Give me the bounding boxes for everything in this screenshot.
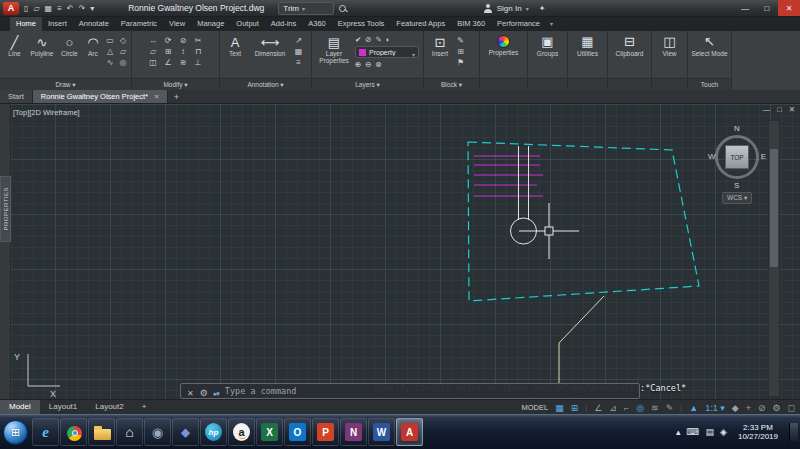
block-panel-footer[interactable]: Block ▾ <box>424 78 479 90</box>
snap-mode-icon[interactable]: ⊞ <box>571 403 579 413</box>
block-tool-icon[interactable]: ✎ <box>455 36 466 45</box>
annotation-visibility-icon[interactable]: ▲ <box>689 403 698 413</box>
properties-panel[interactable]: Properties <box>480 31 528 90</box>
lineweight-icon[interactable]: ≋ <box>651 403 659 413</box>
annotation-monitor-icon[interactable]: ✎ <box>666 403 674 413</box>
isodraft-icon[interactable]: ⊿ <box>609 403 617 413</box>
tab-parametric[interactable]: Parametric <box>115 17 163 31</box>
modify-tool-icon[interactable]: ⊘ <box>177 36 189 45</box>
text-tool[interactable]: A Text <box>223 33 247 78</box>
clipboard-panel[interactable]: ⊟ Clipboard <box>608 31 652 90</box>
taskbar-autocad[interactable]: A <box>396 418 423 446</box>
taskbar-excel[interactable]: X <box>256 418 283 446</box>
modify-tool-icon[interactable]: ≋ <box>177 58 189 67</box>
tab-performance[interactable]: Performance <box>491 17 546 31</box>
taskbar-app[interactable]: ◆ <box>172 418 199 446</box>
draw-panel-footer[interactable]: Draw ▾ <box>0 78 131 90</box>
taskbar-word[interactable]: W <box>368 418 395 446</box>
model-space-canvas[interactable]: Y X [Top][2D Wireframe] PROPERTIES — □ ✕… <box>0 104 800 399</box>
taskbar-home-app[interactable]: ⌂ <box>116 418 143 446</box>
doc-restore-button[interactable]: □ <box>777 105 782 114</box>
object-snap-icon[interactable]: ◎ <box>636 403 644 413</box>
layer-tool-icon[interactable]: ⊗ <box>376 60 382 69</box>
tab-home[interactable]: Home <box>10 17 42 31</box>
show-desktop-button[interactable] <box>789 423 798 441</box>
layer-tool-icon[interactable]: ⊖ <box>365 60 371 69</box>
wcs-selector[interactable]: WCS ▾ <box>722 192 752 204</box>
restore-button[interactable]: □ <box>756 0 778 16</box>
tab-featured-apps[interactable]: Featured Apps <box>390 17 451 31</box>
ortho-mode-icon[interactable]: ⌐ <box>624 403 629 413</box>
modify-tool-icon[interactable]: ⊥ <box>192 58 204 67</box>
separator[interactable]: | <box>585 403 587 412</box>
close-tab-icon[interactable]: ✕ <box>154 93 159 101</box>
grid-display-icon[interactable]: ▦ <box>555 403 564 413</box>
doc-minimize-button[interactable]: — <box>763 105 771 114</box>
tab-output[interactable]: Output <box>230 17 265 31</box>
ribbon-minimize-caret-icon[interactable] <box>546 14 557 31</box>
block-tool-icon[interactable]: ⚑ <box>455 58 466 67</box>
separator[interactable]: | <box>680 403 682 412</box>
new-file-icon[interactable]: ▯ <box>24 4 28 13</box>
layer-tool-icon[interactable]: ✎ <box>376 35 382 44</box>
quick-properties-icon[interactable]: + <box>746 403 751 413</box>
draw-tool-icon[interactable]: ◇ <box>118 36 128 45</box>
save-icon[interactable]: ▦ <box>45 4 53 13</box>
scrollbar-thumb[interactable] <box>770 149 778 267</box>
command-line[interactable]: Type a command <box>180 383 640 399</box>
layer-properties-tool[interactable]: ▤ Layer Properties <box>315 33 353 78</box>
tab-layout2[interactable]: Layout2 <box>86 400 132 414</box>
viewcube-north[interactable]: N <box>734 124 740 133</box>
draw-tool-icon[interactable]: ▭ <box>105 36 115 45</box>
redo-icon[interactable]: ↷ <box>79 4 86 13</box>
tab-insert[interactable]: Insert <box>42 17 73 31</box>
view-panel[interactable]: ◫ View <box>652 31 688 90</box>
vertical-scrollbar[interactable] <box>768 120 780 397</box>
groups-panel[interactable]: ▣ Groups <box>528 31 568 90</box>
new-layout-button[interactable]: + <box>133 400 156 414</box>
tray-keyboard-icon[interactable]: ⌨ <box>687 427 700 437</box>
modify-tool-icon[interactable]: ◫ <box>147 58 159 67</box>
customization-icon[interactable]: ⚙ <box>772 403 780 413</box>
file-tab-start[interactable]: Start <box>0 90 33 103</box>
taskbar-media-app[interactable]: ◉ <box>144 418 171 446</box>
tray-action-center-icon[interactable]: ◈ <box>720 427 727 437</box>
layers-panel-footer[interactable]: Layers ▾ <box>312 78 423 90</box>
qat-customize-icon[interactable]: ▾ <box>90 4 94 13</box>
polyline-tool[interactable]: ∿ Polyline <box>28 33 56 78</box>
modify-tool-icon[interactable]: ⊞ <box>162 47 174 56</box>
modify-tool-icon[interactable]: ▱ <box>147 47 159 56</box>
touch-panel-footer[interactable]: Touch <box>688 78 731 90</box>
modify-tool-icon[interactable]: ⊓ <box>192 47 204 56</box>
undo-icon[interactable]: ↶ <box>67 4 74 13</box>
command-customize-icon[interactable] <box>200 382 208 400</box>
clean-screen-icon[interactable]: ◻ <box>788 403 795 413</box>
isolate-objects-icon[interactable]: ⊘ <box>758 403 766 413</box>
viewcube-west[interactable]: W <box>708 152 716 161</box>
tab-a360[interactable]: A360 <box>302 17 332 31</box>
annotation-tool-icon[interactable]: ▦ <box>293 47 304 56</box>
modify-tool-icon[interactable]: ⟳ <box>162 36 174 45</box>
draw-tool-icon[interactable]: △ <box>105 47 115 56</box>
command-close-icon[interactable] <box>187 382 194 400</box>
start-button[interactable] <box>3 420 28 445</box>
draw-tool-icon[interactable]: ◎ <box>118 58 128 67</box>
close-button[interactable]: ✕ <box>778 0 800 16</box>
tab-bim-360[interactable]: BIM 360 <box>451 17 491 31</box>
doc-close-button[interactable]: ✕ <box>789 105 795 114</box>
modify-tool-icon[interactable]: ↔ <box>147 36 159 45</box>
insert-tool[interactable]: ⊡ Insert <box>427 33 453 78</box>
tab-manage[interactable]: Manage <box>191 17 230 31</box>
taskbar-onenote[interactable]: N <box>340 418 367 446</box>
file-tab-document[interactable]: Ronnie Gwaltney Olsen Project* ✕ <box>33 90 169 103</box>
model-space-toggle[interactable]: MODEL <box>522 403 549 412</box>
modify-tool-icon[interactable]: ✂ <box>192 36 204 45</box>
modify-tool-icon[interactable]: ↕ <box>177 47 189 56</box>
tab-annotate[interactable]: Annotate <box>73 17 115 31</box>
block-tool-icon[interactable]: ⊞ <box>455 47 466 56</box>
search-icon[interactable] <box>339 5 346 12</box>
viewcube-top-face[interactable]: TOP <box>725 145 749 169</box>
tab-view[interactable]: View <box>163 17 191 31</box>
plot-icon[interactable]: ≡ <box>57 4 62 13</box>
tab-layout1[interactable]: Layout1 <box>40 400 86 414</box>
